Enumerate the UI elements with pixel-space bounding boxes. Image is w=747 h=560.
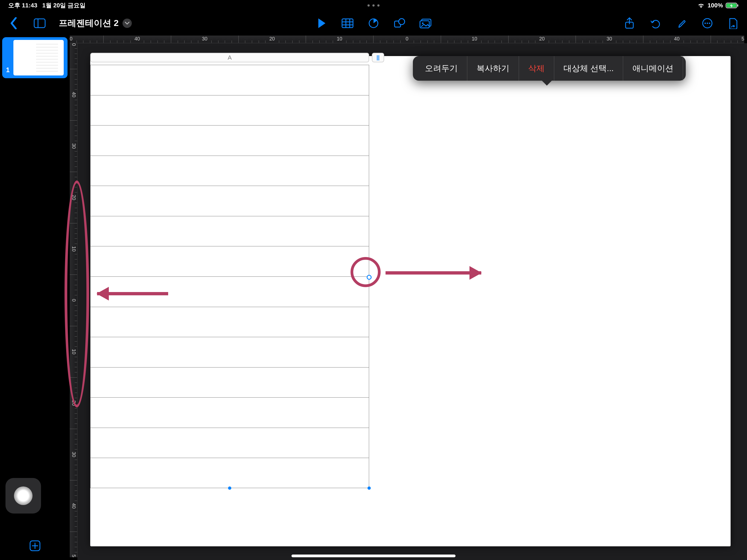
table-row[interactable] [91,458,369,488]
document-title-text: 프레젠테이션 2 [59,17,119,29]
column-label-A: A [228,54,232,61]
battery-pct: 100% [707,2,723,9]
table-row[interactable] [91,96,369,126]
ruler-label: 10 [71,246,77,252]
table-column-header[interactable]: A [90,53,369,62]
ruler-label: 40 [71,503,77,509]
ruler-label: 40 [134,36,140,42]
horizontal-ruler[interactable]: 504030201001020304050 [70,35,744,43]
insert-media-button[interactable] [419,17,432,30]
table-add-column-handle[interactable]: || [372,53,384,62]
ruler-label: 20 [71,400,77,406]
ctx-cut[interactable]: 오려두기 [416,56,467,81]
slide-thumbnail [14,40,64,75]
ruler-label: 30 [607,36,612,42]
selection-handle-right[interactable] [367,275,371,280]
chevron-down-icon[interactable] [123,19,132,28]
assistive-touch-icon [14,486,32,505]
table-row[interactable] [91,186,369,216]
document-options-button[interactable] [726,17,740,30]
selection-handle-bottom-right[interactable] [367,486,371,490]
ruler-label: 10 [472,36,477,42]
svg-rect-5 [342,19,353,28]
ctx-animation[interactable]: 애니메이션 [623,56,683,81]
insert-chart-button[interactable] [367,17,380,30]
play-button[interactable] [315,17,328,30]
insert-table-button[interactable] [341,17,354,30]
ctx-select-objects[interactable]: 대상체 선택... [554,56,623,81]
ruler-label: 10 [337,36,342,42]
status-time: 오후 11:43 [8,1,37,9]
table-row[interactable] [91,307,369,337]
undo-button[interactable] [649,17,662,30]
add-slide-button[interactable] [0,540,70,552]
ctx-copy[interactable]: 복사하기 [467,56,519,81]
battery-charging-icon [726,2,739,9]
slide-canvas[interactable]: A || [90,56,730,546]
svg-rect-2 [738,4,738,6]
wifi-icon [697,2,705,8]
ruler-label: 30 [71,452,77,457]
document-title[interactable]: 프레젠테이션 2 [59,17,132,29]
app-toolbar: 프레젠테이션 2 [0,11,747,35]
context-menu: 오려두기 복사하기 삭제 대상체 선택... 애니메이션 [413,56,686,81]
svg-point-12 [398,19,405,25]
table-object[interactable] [90,65,369,488]
table-row[interactable] [91,156,369,186]
ruler-label: 20 [269,36,275,42]
ruler-label: 50 [70,36,73,42]
status-date: 1월 20일 금요일 [42,1,85,9]
table-row[interactable] [91,246,369,277]
table-row[interactable] [91,337,369,367]
table-row[interactable] [91,428,369,458]
table-row[interactable] [91,65,369,96]
svg-point-15 [422,22,423,24]
back-button[interactable] [7,17,21,30]
ctx-delete[interactable]: 삭제 [519,56,554,81]
table-row[interactable] [91,398,369,428]
ruler-label: 50 [71,555,77,557]
editor-main: 1 504030201001020304050 5040302010010203… [0,35,747,560]
selection-handle-bottom[interactable] [228,486,231,490]
ruler-label: 20 [71,195,77,200]
insert-shape-button[interactable] [393,17,406,30]
svg-point-19 [707,23,708,24]
svg-rect-3 [34,19,45,28]
ruler-label: 40 [71,92,77,97]
slide-thumb-1[interactable]: 1 [2,37,68,78]
table-row[interactable] [91,216,369,247]
sidebar-toggle-button[interactable] [33,17,47,30]
more-button[interactable] [700,17,714,30]
ruler-label: 20 [539,36,545,42]
slide-number: 1 [6,66,9,75]
vertical-ruler[interactable]: 504030201001020304050 [70,43,77,557]
ruler-label: 50 [71,43,77,46]
status-bar: 오후 11:43 1월 20일 금요일 100% [0,0,747,11]
svg-point-20 [709,23,711,24]
share-button[interactable] [623,17,636,30]
table-row[interactable] [91,126,369,156]
table-row[interactable] [91,367,369,398]
ruler-label: 10 [71,349,77,354]
column-ext-label: || [377,54,380,61]
svg-point-18 [705,23,706,24]
table-row[interactable] [91,277,369,307]
ruler-label: 30 [71,143,77,149]
multitask-dots[interactable] [367,4,380,6]
format-brush-button[interactable] [674,17,688,30]
home-indicator[interactable] [291,555,456,557]
ruler-label: 0 [71,299,77,302]
ruler-label: 40 [674,36,679,42]
ruler-label: 0 [406,36,408,42]
ruler-label: 50 [742,36,744,42]
assistive-touch-button[interactable] [5,478,41,513]
ruler-label: 30 [202,36,207,42]
